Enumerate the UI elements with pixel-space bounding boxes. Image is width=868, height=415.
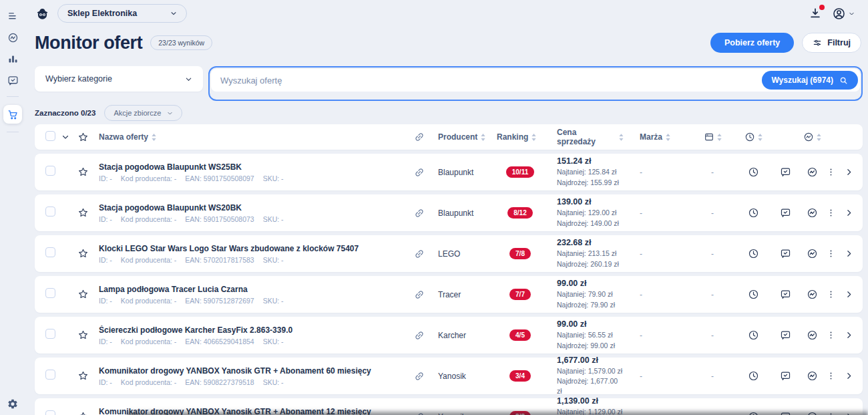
clock-icon[interactable] <box>748 370 759 382</box>
column-header-ranking[interactable]: Ranking <box>497 132 544 142</box>
row-menu-kebab-icon[interactable] <box>824 167 837 177</box>
ranking-badge[interactable]: 7/8 <box>509 248 531 259</box>
comment-check-icon[interactable] <box>780 207 791 219</box>
clock-icon[interactable] <box>748 166 759 178</box>
select-all-checkbox[interactable] <box>45 131 55 141</box>
bulk-actions-button[interactable]: Akcje zbiorcze <box>104 105 182 121</box>
ranking-badge[interactable]: 7/7 <box>509 289 531 300</box>
column-header-history[interactable] <box>736 132 771 142</box>
clock-icon[interactable] <box>748 411 759 415</box>
clock-icon[interactable] <box>748 248 759 259</box>
price-trend-icon[interactable] <box>807 248 818 259</box>
clock-icon <box>744 132 755 142</box>
comment-check-icon[interactable] <box>780 289 791 300</box>
comment-check-icon[interactable] <box>780 370 791 382</box>
external-link-icon[interactable] <box>414 412 438 415</box>
row-expand-chevron-icon[interactable] <box>837 372 855 380</box>
favorite-star-icon[interactable] <box>77 207 99 219</box>
row-checkbox[interactable] <box>45 370 55 380</box>
comment-check-icon[interactable] <box>780 248 791 259</box>
column-header-date[interactable] <box>689 132 736 142</box>
row-expand-chevron-icon[interactable] <box>837 168 855 176</box>
row-checkbox[interactable] <box>45 288 55 298</box>
row-checkbox[interactable] <box>45 166 55 176</box>
row-expand-chevron-icon[interactable] <box>837 249 855 258</box>
row-menu-kebab-icon[interactable] <box>824 208 837 218</box>
price-trend-icon[interactable] <box>807 370 818 382</box>
producer-cell: Blaupunkt <box>438 168 497 177</box>
settings-gear-icon[interactable] <box>7 398 19 410</box>
filter-button[interactable]: Filtruj <box>802 33 861 53</box>
ranking-badge[interactable]: 3/3 <box>509 411 531 415</box>
messages-icon[interactable] <box>4 72 21 88</box>
price-trend-icon[interactable] <box>807 166 818 178</box>
row-expand-chevron-icon[interactable] <box>837 331 855 339</box>
row-menu-kebab-icon[interactable] <box>824 249 837 259</box>
price-value: 99.00 zł <box>557 279 624 288</box>
clock-icon[interactable] <box>748 207 759 219</box>
column-header-price[interactable]: Cena sprzedaży <box>544 128 624 146</box>
store-selector[interactable]: Sklep Elektronika <box>57 4 187 23</box>
table-header: Nazwa oferty Producent Ranking Cena sprz… <box>35 124 863 150</box>
comment-check-icon[interactable] <box>780 166 791 178</box>
row-menu-kebab-icon[interactable] <box>824 412 837 415</box>
row-checkbox[interactable] <box>45 410 55 415</box>
category-dropdown[interactable]: Wybierz kategorie <box>35 66 203 92</box>
comment-check-icon[interactable] <box>780 411 791 415</box>
search-button[interactable]: Wyszukaj (6974) <box>762 71 859 90</box>
download-icon[interactable] <box>809 7 822 20</box>
row-menu-kebab-icon[interactable] <box>824 289 837 299</box>
activity-icon[interactable] <box>4 29 21 45</box>
price-trend-icon[interactable] <box>807 411 818 415</box>
ranking-badge[interactable]: 10/11 <box>506 166 534 178</box>
search-icon <box>839 76 848 85</box>
row-checkbox[interactable] <box>45 247 55 257</box>
external-link-icon[interactable] <box>414 249 438 259</box>
column-header-producer[interactable]: Producent <box>438 132 497 142</box>
price-trend-icon[interactable] <box>807 329 818 341</box>
favorite-star-icon[interactable] <box>77 248 99 259</box>
external-link-icon[interactable] <box>414 167 438 178</box>
price-trend-icon[interactable] <box>807 207 818 219</box>
price-trend-icon[interactable] <box>807 289 818 300</box>
ranking-badge[interactable]: 4/5 <box>509 329 531 341</box>
external-link-icon[interactable] <box>414 330 438 341</box>
favorite-star-icon[interactable] <box>77 289 99 300</box>
bar-chart-icon[interactable] <box>4 51 21 67</box>
row-expand-chevron-icon[interactable] <box>837 412 855 415</box>
favorite-star-icon[interactable] <box>77 411 99 415</box>
trend-cell <box>800 329 824 341</box>
account-menu[interactable] <box>832 7 855 21</box>
row-expand-chevron-icon[interactable] <box>837 209 855 217</box>
favorite-star-icon[interactable] <box>77 329 99 341</box>
price-highest: Najdrożej: 1,677.00 zł <box>557 376 624 396</box>
ranking-badge[interactable]: 8/12 <box>507 207 532 219</box>
expand-all-icon[interactable] <box>61 133 77 141</box>
sliders-icon <box>813 38 822 47</box>
row-checkbox[interactable] <box>45 206 55 217</box>
column-header-margin[interactable]: Marża <box>624 132 689 142</box>
menu-icon[interactable] <box>4 8 21 24</box>
favorite-star-icon[interactable] <box>77 370 99 382</box>
ranking-badge[interactable]: 3/4 <box>509 370 531 382</box>
comment-check-icon[interactable] <box>780 329 791 341</box>
clock-icon[interactable] <box>748 329 759 341</box>
favorite-star-icon[interactable] <box>77 166 99 178</box>
row-menu-kebab-icon[interactable] <box>824 330 837 340</box>
external-link-icon[interactable] <box>414 208 438 219</box>
external-link-icon[interactable] <box>414 289 438 300</box>
column-header-trend[interactable] <box>800 132 824 142</box>
price-value: 151.24 zł <box>557 156 624 166</box>
row-menu-kebab-icon[interactable] <box>824 371 837 381</box>
external-link-icon[interactable] <box>414 371 438 382</box>
selection-count: Zaznaczono 0/23 <box>35 109 95 117</box>
favorite-column-icon[interactable] <box>77 132 99 143</box>
sidebar-item-offer-monitor-cart-icon[interactable] <box>3 105 22 124</box>
clock-icon[interactable] <box>748 289 759 300</box>
row-checkbox[interactable] <box>45 329 55 339</box>
column-header-name[interactable]: Nazwa oferty <box>99 132 414 142</box>
download-offers-button[interactable]: Pobierz oferty <box>710 33 794 53</box>
search-input[interactable] <box>219 75 762 86</box>
price-cell: 99.00 zł Najtaniej: 79.90 zł Najdrożej: … <box>544 279 624 309</box>
row-expand-chevron-icon[interactable] <box>837 290 855 299</box>
